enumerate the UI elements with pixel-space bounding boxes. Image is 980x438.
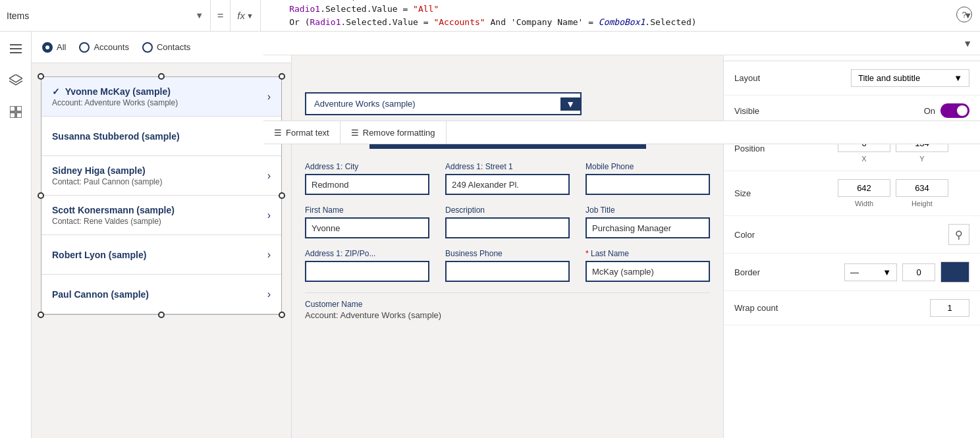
field-group-firstname: First Name <box>305 205 429 238</box>
svg-rect-2 <box>10 52 22 53</box>
list-chevron-icon-4: › <box>267 249 271 261</box>
eyedropper-icon: ⚲ <box>955 229 963 241</box>
right-panel: Fields Edit Layout Title and subtitle ▼ … <box>723 32 980 438</box>
remove-formatting-label: Remove formatting <box>363 128 435 138</box>
handle-mr[interactable] <box>279 192 285 199</box>
company-dropdown[interactable]: Adventure Works (sample) ▼ <box>305 92 582 115</box>
list-item-title-5: Paul Cannon (sample) <box>52 289 267 300</box>
radio-all[interactable]: All <box>42 42 66 53</box>
field-label-bizphone: Business Phone <box>445 249 570 258</box>
radio-accounts[interactable]: Accounts <box>79 42 128 53</box>
visible-toggle[interactable] <box>940 103 969 118</box>
field-label-lastname: Last Name <box>585 249 710 258</box>
handle-ml[interactable] <box>38 192 44 199</box>
radio-all-circle <box>42 42 53 53</box>
size-height-input[interactable] <box>896 179 948 197</box>
visible-label: Visible <box>734 106 759 116</box>
field-group-city: Address 1: City <box>305 162 429 195</box>
radio-bar: All Accounts Contacts <box>32 32 291 63</box>
list-item[interactable]: Robert Lyon (sample) › <box>41 235 281 275</box>
items-selector[interactable]: Items ▼ <box>0 0 211 31</box>
format-text-icon: ☰ <box>274 128 282 138</box>
grid-icon[interactable] <box>5 101 26 123</box>
handle-bl[interactable] <box>38 312 44 318</box>
field-label-firstname: First Name <box>305 205 429 215</box>
border-color-swatch[interactable] <box>940 261 969 283</box>
field-input-street[interactable] <box>445 174 570 195</box>
list-item-subtitle-2: Contact: Paul Cannon (sample) <box>52 177 267 186</box>
format-text-label: Format text <box>286 128 329 138</box>
svg-marker-3 <box>9 74 22 82</box>
border-style-dropdown[interactable]: — ▼ <box>844 263 897 281</box>
layout-chevron-icon: ▼ <box>954 73 962 83</box>
radio-all-label: All <box>57 42 66 52</box>
list-item[interactable]: Susanna Stubberod (sample) › <box>41 117 281 156</box>
border-width-input[interactable] <box>902 263 935 281</box>
layout-dropdown[interactable]: Title and subtitle ▼ <box>851 69 969 87</box>
handle-br[interactable] <box>279 312 285 318</box>
svg-rect-6 <box>10 113 15 118</box>
list-item-subtitle-0: Account: Adventure Works (sample) <box>52 98 267 107</box>
list-chevron-icon-2: › <box>267 170 271 182</box>
dropdown-chevron-icon: ▼ <box>560 97 580 111</box>
field-input-firstname[interactable] <box>305 217 429 238</box>
border-line-icon: — <box>850 267 859 277</box>
field-input-city[interactable] <box>305 174 429 195</box>
format-text-button[interactable]: ☰ Format text <box>263 121 340 144</box>
list-item[interactable]: ✓ Yvonne McKay (sample) Account: Adventu… <box>41 77 281 117</box>
customer-name-label: Customer Name <box>305 300 710 309</box>
handle-bm[interactable] <box>158 312 165 318</box>
list-chevron-icon-5: › <box>267 288 271 300</box>
formula-second-row: ▼ <box>263 32 980 55</box>
wrap-count-input[interactable] <box>930 299 969 317</box>
formula-collapse-button[interactable]: ▼ <box>963 38 972 49</box>
list-item[interactable]: Scott Konersmann (sample) Contact: Rene … <box>41 196 281 235</box>
field-input-bizphone[interactable] <box>445 261 570 282</box>
svg-rect-0 <box>10 44 22 45</box>
fx-button[interactable]: fx ▼ <box>231 0 261 31</box>
color-row: Color ⚲ <box>724 216 980 254</box>
list-item[interactable]: Sidney Higa (sample) Contact: Paul Canno… <box>41 156 281 196</box>
dropdown-value: Adventure Works (sample) <box>314 99 416 109</box>
field-input-description[interactable] <box>445 217 570 238</box>
list-item[interactable]: Paul Cannon (sample) › <box>41 275 281 314</box>
handle-tm[interactable] <box>158 73 165 80</box>
formula-code[interactable]: Filter( Contacts, Radio1.Selected.Value … <box>261 0 956 31</box>
fields-grid: Address 1: City Address 1: Street 1 Mobi… <box>305 162 710 282</box>
color-swatch[interactable]: ⚲ <box>948 224 969 245</box>
border-label: Border <box>734 267 760 277</box>
field-input-jobtitle[interactable] <box>585 217 710 238</box>
wrap-count-row: Wrap count <box>724 291 980 325</box>
color-label: Color <box>734 230 755 240</box>
position-label: Position <box>734 144 765 153</box>
radio-contacts-circle <box>142 42 153 53</box>
handle-tr[interactable] <box>279 73 285 80</box>
list-item-title-1: Susanna Stubberod (sample) <box>52 131 267 142</box>
list-chevron-icon-3: › <box>267 209 271 221</box>
field-label-street: Address 1: Street 1 <box>445 162 570 171</box>
field-input-lastname[interactable] <box>585 261 710 282</box>
format-toolbar: ☰ Format text ☰ Remove formatting <box>263 121 980 144</box>
field-label-city: Address 1: City <box>305 162 429 171</box>
y-label: Y <box>896 155 948 163</box>
size-width-input[interactable] <box>838 179 890 197</box>
field-input-zip[interactable] <box>305 261 429 282</box>
left-sidebar <box>0 32 32 438</box>
help-icon[interactable]: ? <box>956 7 972 22</box>
list-item-subtitle-3: Contact: Rene Valdes (sample) <box>52 217 267 226</box>
field-group-bizphone: Business Phone <box>445 249 570 282</box>
field-group-mobile: Mobile Phone <box>585 162 710 195</box>
border-row: Border — ▼ <box>724 254 980 291</box>
field-input-mobile[interactable] <box>585 174 710 195</box>
handle-tl[interactable] <box>38 73 44 80</box>
radio-contacts-label: Contacts <box>157 42 190 52</box>
remove-formatting-button[interactable]: ☰ Remove formatting <box>340 121 447 144</box>
list-panel: All Accounts Contacts ✓ Yvonne <box>32 32 292 438</box>
layout-value: Title and subtitle <box>858 73 920 83</box>
customer-name-section: Customer Name Account: Adventure Works (… <box>305 292 710 320</box>
layers-icon[interactable] <box>5 70 26 91</box>
hamburger-menu-icon[interactable] <box>5 38 26 59</box>
radio-contacts[interactable]: Contacts <box>142 42 190 53</box>
field-label-jobtitle: Job Title <box>585 205 710 215</box>
items-label: Items <box>7 11 190 21</box>
